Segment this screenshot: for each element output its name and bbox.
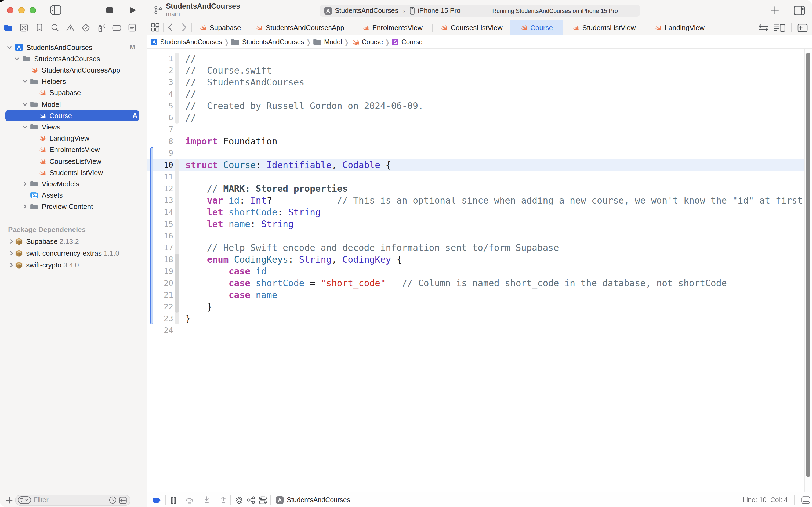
code-line-13[interactable]: 13 var id: Int? // This is an optional s… <box>147 194 812 206</box>
source-editor[interactable]: 1//2// Course.swift3// StudentsAndCourse… <box>147 49 812 492</box>
breadcrumb-item[interactable]: Course <box>351 38 383 46</box>
add-library-button[interactable] <box>770 5 780 15</box>
toggle-breakpoints-button[interactable] <box>152 493 162 507</box>
editor-tab-supabase[interactable]: Supabase <box>192 20 248 35</box>
go-forward-button[interactable] <box>177 20 191 35</box>
package-item-swift-concurrency-extras[interactable]: swift-concurrency-extras 1.1.0 <box>0 247 147 260</box>
close-window-button[interactable] <box>7 7 13 13</box>
project-navigator-icon[interactable] <box>2 20 15 35</box>
run-destination[interactable]: iPhone 15 Pro <box>418 7 460 14</box>
code-line-2[interactable]: 2// Course.swift <box>147 64 812 76</box>
swap-editor-button[interactable] <box>758 23 768 33</box>
reports-navigator-icon[interactable] <box>126 20 138 35</box>
code-line-16[interactable]: 16 <box>147 230 812 242</box>
editor-tab-studentslistview[interactable]: StudentsListView <box>563 20 644 35</box>
tree-item-model[interactable]: Model <box>0 99 147 110</box>
filter-options-icon[interactable] <box>17 496 31 504</box>
code-line-11[interactable]: 11 <box>147 171 812 183</box>
tree-item-studentslistview[interactable]: StudentsListView <box>0 167 147 178</box>
tree-item-course[interactable]: CourseA <box>0 110 147 121</box>
editor-scrollbar-track[interactable] <box>805 49 812 492</box>
minimize-window-button[interactable] <box>18 7 25 13</box>
tree-item-studentsandcourses[interactable]: StudentsAndCoursesM <box>0 42 147 53</box>
source-control-filter-icon[interactable] <box>119 497 126 504</box>
find-navigator-icon[interactable] <box>48 20 61 35</box>
disclosure-open-icon[interactable] <box>22 125 27 129</box>
package-item-swift-crypto[interactable]: swift-crypto 3.4.0 <box>0 259 147 271</box>
tree-item-viewmodels[interactable]: ViewModels <box>0 178 147 189</box>
tests-navigator-icon[interactable] <box>79 20 93 35</box>
disclosure-open-icon[interactable] <box>7 45 12 50</box>
issues-navigator-icon[interactable] <box>64 20 77 35</box>
code-line-22[interactable]: 22 } <box>147 301 812 313</box>
code-line-4[interactable]: 4// <box>147 88 812 100</box>
add-file-button[interactable] <box>4 495 14 505</box>
tree-item-landingview[interactable]: LandingView <box>0 133 147 144</box>
code-line-8[interactable]: 8import Foundation <box>147 135 812 147</box>
code-line-6[interactable]: 6// <box>147 112 812 123</box>
editor-scrollbar-thumb[interactable] <box>806 52 810 477</box>
code-line-12[interactable]: 12 // MARK: Stored properties <box>147 183 812 194</box>
breakpoints-navigator-icon[interactable] <box>110 20 123 35</box>
stop-button[interactable] <box>106 6 113 14</box>
navigator-filter-field[interactable]: Filter <box>15 494 130 506</box>
step-over-button[interactable] <box>185 493 194 507</box>
code-line-9[interactable]: 9 <box>147 147 812 159</box>
breadcrumb-item[interactable]: StudentsAndCourses <box>231 38 304 46</box>
disclosure-closed-icon[interactable] <box>9 239 14 243</box>
tree-item-views[interactable]: Views <box>0 121 147 133</box>
package-item-supabase[interactable]: Supabase 2.13.2 <box>0 235 147 247</box>
toggle-sidebar-button[interactable] <box>51 5 61 14</box>
tree-item-studentsandcourses[interactable]: StudentsAndCourses <box>0 53 147 64</box>
debug-navigator-icon[interactable] <box>95 20 108 35</box>
memory-graph-button[interactable] <box>246 493 255 507</box>
disclosure-open-icon[interactable] <box>22 102 27 107</box>
code-line-17[interactable]: 17 // Help Swift encode and decode infor… <box>147 242 812 253</box>
recent-files-icon[interactable] <box>109 496 116 504</box>
code-line-7[interactable]: 7 <box>147 123 812 135</box>
disclosure-open-icon[interactable] <box>15 56 19 61</box>
run-button[interactable] <box>128 6 137 14</box>
breadcrumb-item[interactable]: SCourse <box>392 38 423 46</box>
code-line-23[interactable]: 23} <box>147 313 812 324</box>
code-line-21[interactable]: 21 case name <box>147 289 812 301</box>
code-line-1[interactable]: 1// <box>147 53 812 64</box>
bookmarks-navigator-icon[interactable] <box>33 20 46 35</box>
code-line-5[interactable]: 5// Created by Russell Gordon on 2024-06… <box>147 100 812 112</box>
editor-tab-course[interactable]: Course <box>510 20 563 35</box>
hide-debug-area-button[interactable] <box>801 496 810 504</box>
editor-tab-courseslistview[interactable]: CoursesListView <box>433 20 510 35</box>
code-line-10[interactable]: 10struct Course: Identifiable, Codable { <box>147 159 812 171</box>
view-hierarchy-button[interactable] <box>234 493 244 507</box>
add-editor-button[interactable] <box>797 23 808 33</box>
code-line-14[interactable]: 14 let shortCode: String <box>147 206 812 218</box>
disclosure-closed-icon[interactable] <box>22 181 27 186</box>
tree-item-supabase[interactable]: Supabase <box>0 87 147 99</box>
tree-item-enrolmentsview[interactable]: EnrolmentsView <box>0 144 147 156</box>
sidebar-divider[interactable] <box>147 20 147 507</box>
disclosure-closed-icon[interactable] <box>9 251 14 256</box>
step-out-button[interactable] <box>219 493 228 507</box>
running-process-item[interactable]: StudentsAndCourses <box>276 493 350 507</box>
scheme-status-pill[interactable]: StudentsAndCourses › iPhone 15 Pro Runni… <box>319 5 640 17</box>
tree-item-helpers[interactable]: Helpers <box>0 76 147 87</box>
disclosure-open-icon[interactable] <box>22 79 27 84</box>
breadcrumb-item[interactable]: StudentsAndCourses <box>151 38 222 46</box>
code-line-15[interactable]: 15 let name: String <box>147 218 812 230</box>
tab-overview-button[interactable] <box>147 20 163 35</box>
editor-options-button[interactable] <box>773 23 786 33</box>
disclosure-closed-icon[interactable] <box>22 204 27 209</box>
step-into-button[interactable] <box>201 493 211 507</box>
code-line-3[interactable]: 3// StudentsAndCourses <box>147 76 812 88</box>
tree-item-courseslistview[interactable]: CoursesListView <box>0 156 147 167</box>
editor-tab-enrolmentsview[interactable]: EnrolmentsView <box>351 20 433 35</box>
editor-tab-landingview[interactable]: LandingView <box>644 20 714 35</box>
zoom-window-button[interactable] <box>30 7 36 13</box>
breadcrumb-item[interactable]: Model <box>313 38 342 46</box>
pause-button[interactable] <box>169 493 178 507</box>
disclosure-closed-icon[interactable] <box>9 263 14 268</box>
tree-item-assets[interactable]: Assets <box>0 189 147 201</box>
code-line-20[interactable]: 20 case shortCode = "short_code" // Colu… <box>147 277 812 289</box>
toggle-inspector-button[interactable] <box>792 5 806 15</box>
code-line-18[interactable]: 18 enum CodingKeys: String, CodingKey { <box>147 253 812 265</box>
